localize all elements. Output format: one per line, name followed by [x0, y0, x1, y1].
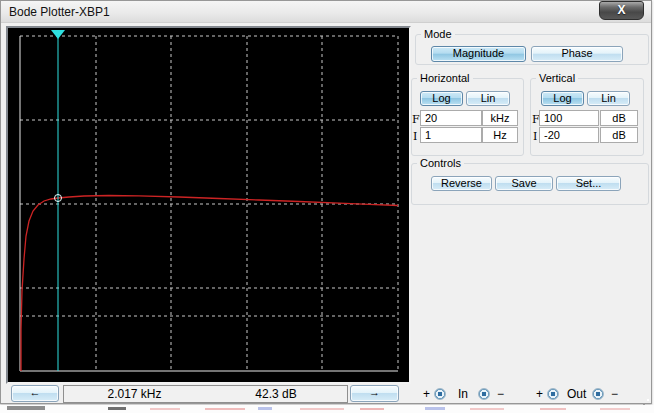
background-artifact	[600, 408, 630, 410]
in-plus-label: +	[423, 387, 430, 401]
horizontal-initial-input[interactable]	[420, 127, 482, 143]
in-label: In	[458, 387, 468, 401]
out-label: Out	[567, 387, 586, 401]
mode-group-label: Mode	[421, 28, 455, 40]
horizontal-final-input[interactable]	[420, 110, 482, 126]
phase-button[interactable]: Phase	[531, 46, 623, 62]
background-artifact	[108, 407, 126, 410]
background-artifact	[7, 406, 45, 410]
background-artifact	[205, 408, 245, 410]
window-title: Bode Plotter-XBP1	[9, 5, 110, 19]
close-button[interactable]: X	[599, 1, 644, 20]
plot-area[interactable]	[6, 26, 411, 384]
bode-plot-canvas[interactable]	[9, 29, 407, 379]
vertical-initial-input[interactable]	[539, 127, 599, 143]
set-button[interactable]: Set...	[556, 176, 621, 191]
vertical-lin-button[interactable]: Lin	[587, 91, 630, 106]
background-artifact	[150, 408, 180, 410]
horizontal-group-label: Horizontal	[417, 72, 473, 84]
reverse-button[interactable]: Reverse	[431, 176, 492, 191]
desktop-background	[0, 405, 654, 413]
out-minus-label: −	[611, 387, 618, 401]
horizontal-lin-button[interactable]: Lin	[466, 91, 510, 106]
vertical-log-button[interactable]: Log	[541, 91, 584, 106]
magnitude-curve	[21, 196, 398, 372]
vertical-i-label: I	[533, 130, 537, 143]
cursor-handle-icon[interactable]	[51, 30, 65, 39]
in-minus-label: −	[497, 387, 504, 401]
background-artifact	[470, 408, 504, 410]
in-minus-terminal-icon	[478, 388, 490, 400]
magnitude-readout: 42.3 dB	[205, 385, 348, 403]
frequency-readout: 2.017 kHz	[63, 385, 206, 403]
background-artifact	[300, 408, 344, 410]
resize-grip-icon[interactable]	[637, 389, 649, 401]
cursor-left-button[interactable]: ←	[11, 385, 59, 402]
magnitude-button[interactable]: Magnitude	[431, 46, 526, 62]
out-plus-terminal-icon	[547, 388, 559, 400]
title-bar[interactable]: Bode Plotter-XBP1 X	[1, 1, 651, 23]
save-button[interactable]: Save	[495, 176, 553, 191]
horizontal-log-button[interactable]: Log	[420, 91, 463, 106]
bode-plotter-window: Bode Plotter-XBP1 X ← 2.017 kHz 42.3 dB …	[0, 0, 652, 404]
out-plus-label: +	[536, 387, 543, 401]
background-artifact	[540, 408, 566, 410]
background-artifact	[258, 407, 272, 410]
out-minus-terminal-icon	[592, 388, 604, 400]
horizontal-initial-unit: Hz	[482, 127, 518, 143]
in-plus-terminal-icon	[434, 388, 446, 400]
horizontal-final-unit: kHz	[482, 110, 518, 126]
cursor-right-button[interactable]: →	[350, 385, 399, 402]
controls-group-label: Controls	[417, 157, 464, 169]
horizontal-i-label: I	[413, 130, 417, 143]
horizontal-f-label: F	[412, 113, 420, 126]
vertical-group-label: Vertical	[536, 72, 578, 84]
vertical-initial-unit: dB	[600, 127, 638, 143]
vertical-final-unit: dB	[600, 110, 638, 126]
background-artifact	[425, 407, 445, 410]
background-artifact	[360, 408, 384, 410]
vertical-final-input[interactable]	[539, 110, 599, 126]
